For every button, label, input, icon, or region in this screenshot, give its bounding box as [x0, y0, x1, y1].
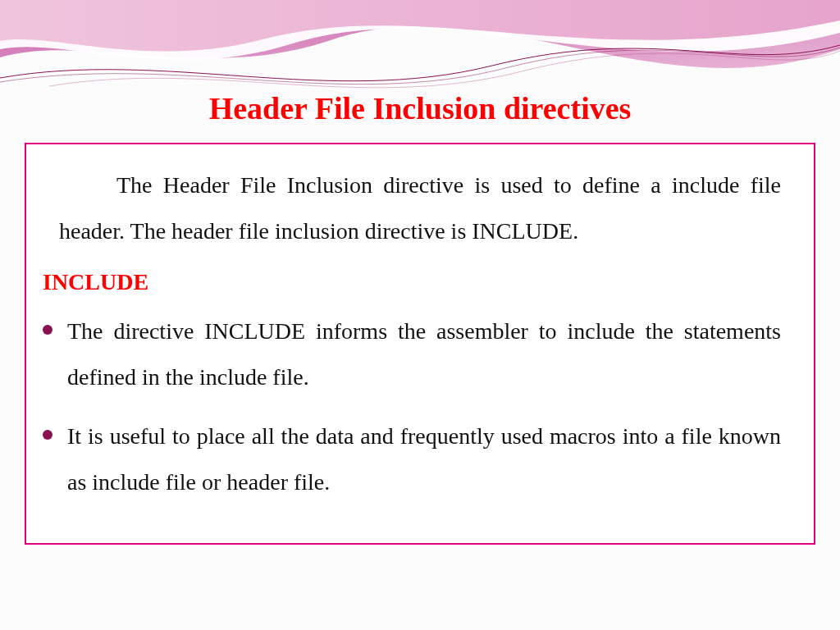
list-item: The directive INCLUDE informs the assemb… — [59, 308, 781, 400]
content-box: The Header File Inclusion directive is u… — [25, 143, 815, 545]
section-subhead: INCLUDE — [43, 269, 781, 295]
bullet-list: The directive INCLUDE informs the assemb… — [59, 308, 781, 505]
list-item: It is useful to place all the data and f… — [59, 413, 781, 505]
intro-paragraph: The Header File Inclusion directive is u… — [59, 162, 781, 254]
slide-content: Header File Inclusion directives The Hea… — [0, 0, 840, 545]
slide-title: Header File Inclusion directives — [0, 90, 840, 126]
